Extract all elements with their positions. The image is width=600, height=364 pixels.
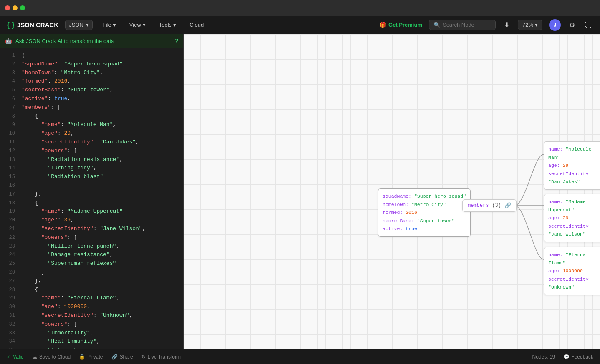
code-line: 9 "name": "Molecule Man", [0,120,183,129]
app-name: JSON CRACK [17,21,58,28]
settings-button[interactable]: ⚙ [567,19,577,30]
code-line: 14 "Turning tiny", [0,164,183,173]
member-2-node[interactable]: name: "Madame Uppercut" age: 39 secretId… [544,194,600,242]
feedback-button[interactable]: 💬 Feedback [563,354,593,360]
app-logo: { } JSON CRACK [7,20,58,29]
share-button[interactable]: 🔗 Share [111,354,133,360]
code-line: 22 "powers": [ [0,233,183,242]
root-node[interactable]: squadName: "Super hero squad" homeTown: … [378,188,471,237]
code-line: 16 ] [0,181,183,190]
zoom-value: 72% [522,22,533,28]
member-1-node[interactable]: name: "Molecule Man" age: 29 secretIdent… [544,141,600,190]
code-line: 1{ [0,51,183,60]
ai-bar[interactable]: 🤖 Ask JSON Crack AI to transform the dat… [0,34,183,48]
code-line: 23 "Million tonne punch", [0,242,183,251]
code-line: 6"active": true, [0,95,183,103]
chevron-down-icon: ▾ [535,22,538,28]
code-line: 13 "Radiation resistance", [0,156,183,164]
code-line: 26 ] [0,268,183,277]
code-line: 27 }, [0,277,183,286]
code-line: 21 "secretIdentity": "Jane Wilson", [0,225,183,233]
code-line: 30 "age": 1000000, [0,303,183,311]
valid-status: ✓ Valid [7,354,24,360]
get-premium-button[interactable]: 🎁 Get Premium [379,22,422,28]
download-button[interactable]: ⬇ [502,19,511,30]
search-input[interactable] [443,22,489,28]
user-avatar[interactable]: J [549,19,561,31]
search-icon: 🔍 [434,22,440,28]
code-line: 34 "Heat Immunity", [0,337,183,346]
code-line: 17 }, [0,190,183,199]
expand-button[interactable]: ⛶ [583,20,593,30]
code-line: 18 { [0,199,183,208]
link-icon[interactable]: 🔗 [504,202,511,209]
save-cloud-button[interactable]: ☁ Save to Cloud [32,354,71,360]
ai-bar-text: Ask JSON Crack AI to transform the data [15,38,114,44]
share-icon: 🔗 [111,354,118,360]
gift-icon: 🎁 [379,22,386,28]
titlebar [0,0,600,16]
code-line: 31 "secretIdentity": "Unknown", [0,311,183,320]
code-line: 15 "Radiation blast" [0,173,183,181]
code-line: 29 "name": "Eternal Flame", [0,294,183,303]
editor-panel: 🤖 Ask JSON Crack AI to transform the dat… [0,34,184,349]
chevron-down-icon: ▾ [86,22,89,28]
file-menu[interactable]: File ▾ [99,20,119,30]
statusbar: ✓ Valid ☁ Save to Cloud 🔒 Private 🔗 Shar… [0,349,600,364]
code-line: 35 "Inferno", [0,346,183,349]
code-line: 5"secretBase": "Super tower", [0,86,183,95]
array-count: (3) [492,203,501,208]
code-line: 11 "secretIdentity": "Dan Jukes", [0,138,183,147]
code-line: 3"homeTown": "Metro City", [0,69,183,78]
check-icon: ✓ [7,354,11,360]
members-array-node[interactable]: members (3) 🔗 [462,199,517,212]
graph-panel[interactable]: squadName: "Super hero squad" homeTown: … [184,34,600,349]
code-line: 12 "powers": [ [0,147,183,156]
live-transform-button[interactable]: ↻ Live Transform [141,354,181,360]
traffic-lights [5,5,25,10]
code-line: 4"formed": 2016, [0,77,183,86]
code-line: 33 "Immortality", [0,329,183,338]
help-icon[interactable]: ? [175,38,178,44]
code-line: 2"squadName": "Super hero squad", [0,60,183,69]
zoom-control[interactable]: 72% ▾ [518,20,542,30]
chevron-down-icon: ▾ [143,22,146,28]
code-editor[interactable]: 1{ 2"squadName": "Super hero squad", 3"h… [0,48,183,349]
code-line: 25 "Superhuman reflexes" [0,259,183,268]
view-menu[interactable]: View ▾ [126,20,149,30]
cloud-menu[interactable]: Cloud [186,20,207,30]
logo-icon: { } [7,20,15,29]
code-line: 8 { [0,112,183,121]
private-button[interactable]: 🔒 Private [79,354,103,360]
minimize-button[interactable] [13,5,18,10]
code-line: 7"members": [ [0,103,183,112]
tools-menu[interactable]: Tools ▾ [156,20,179,30]
close-button[interactable] [5,5,10,10]
code-line: 28 { [0,286,183,294]
code-line: 24 "Damage resistance", [0,251,183,259]
code-line: 10 "age": 29, [0,129,183,138]
ai-icon: 🤖 [5,38,12,44]
chevron-down-icon: ▾ [113,22,116,28]
search-box[interactable]: 🔍 [429,20,496,30]
toolbar: { } JSON CRACK JSON ▾ File ▾ View ▾ Tool… [0,16,600,34]
feedback-icon: 💬 [563,354,570,360]
main-area: 🤖 Ask JSON Crack AI to transform the dat… [0,34,600,349]
format-select[interactable]: JSON ▾ [65,20,93,30]
chevron-down-icon: ▾ [173,22,176,28]
array-label: members [468,203,489,208]
maximize-button[interactable] [20,5,25,10]
member-3-node[interactable]: name: "Eternal Flame" age: 1000000 secre… [544,247,600,295]
refresh-icon: ↻ [141,354,146,360]
lock-icon: 🔒 [79,354,85,360]
code-line: 20 "age": 39, [0,216,183,225]
cloud-icon: ☁ [32,354,37,360]
format-value: JSON [69,22,83,28]
code-line: 32 "powers": [ [0,320,183,329]
code-line: 19 "name": "Madame Uppercut", [0,207,183,216]
nodes-count: Nodes: 19 [532,354,555,360]
